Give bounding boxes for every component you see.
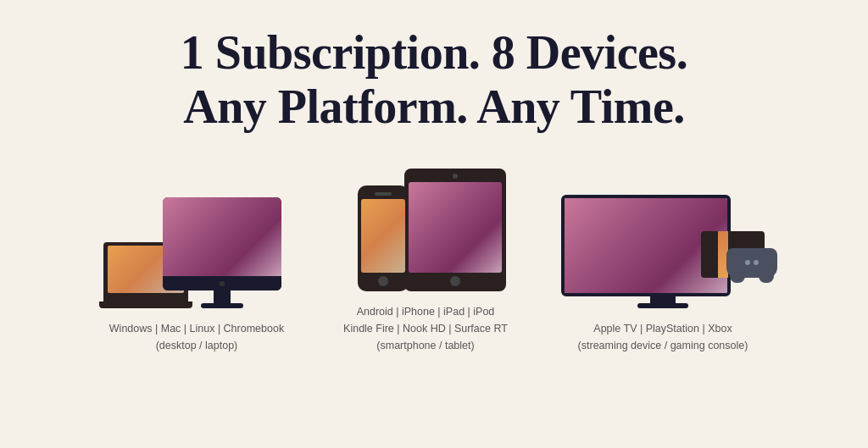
- desktop-illustration: [103, 173, 290, 308]
- controller-device: [726, 248, 777, 282]
- tablet-home-button: [450, 276, 460, 286]
- monitor-device: [163, 197, 281, 308]
- tv-label: Apple TV | PlayStation | Xbox (streaming…: [578, 320, 748, 354]
- mobile-illustration: [341, 156, 510, 291]
- mobile-label: Android | iPhone | iPad | iPod Kindle Fi…: [343, 303, 508, 354]
- controller-grip-right: [759, 273, 774, 283]
- headline-line1: 1 Subscription. 8 Devices.: [181, 26, 687, 79]
- headline: 1 Subscription. 8 Devices. Any Platform.…: [181, 25, 687, 152]
- phone-home-button: [378, 276, 388, 286]
- tablet-screen: [409, 182, 502, 273]
- tablet-body: [404, 169, 506, 291]
- console-device: [701, 231, 765, 278]
- phone-speaker: [375, 192, 392, 196]
- tablet-device: [404, 169, 506, 291]
- desktop-label: Windows | Mac | Linux | Chromebook (desk…: [109, 320, 284, 354]
- controller-button-1: [745, 260, 750, 265]
- phone-device: [358, 185, 409, 291]
- desktop-group: Windows | Mac | Linux | Chromebook (desk…: [103, 173, 290, 354]
- tv-illustration: [561, 173, 765, 308]
- controller-body: [726, 248, 777, 278]
- tv-stand-base: [637, 303, 688, 308]
- monitor-bezel: [163, 276, 281, 290]
- monitor-screen: [163, 197, 281, 277]
- controller-button-2: [754, 260, 759, 265]
- controller-grip-left: [730, 273, 745, 283]
- monitor-base: [201, 303, 243, 308]
- monitor-stand: [214, 290, 231, 303]
- mobile-group: Android | iPhone | iPad | iPod Kindle Fi…: [341, 156, 510, 354]
- phone-body: [358, 185, 409, 291]
- tv-device: [561, 195, 765, 308]
- phone-screen: [361, 199, 405, 273]
- monitor-dot: [220, 281, 225, 286]
- tv-group: Apple TV | PlayStation | Xbox (streaming…: [561, 173, 765, 354]
- tv-stand-neck: [650, 296, 676, 303]
- headline-line2: Any Platform. Any Time.: [183, 80, 685, 133]
- monitor-body: [163, 197, 281, 290]
- devices-row: Windows | Mac | Linux | Chromebook (desk…: [34, 156, 834, 354]
- tablet-camera: [453, 174, 458, 179]
